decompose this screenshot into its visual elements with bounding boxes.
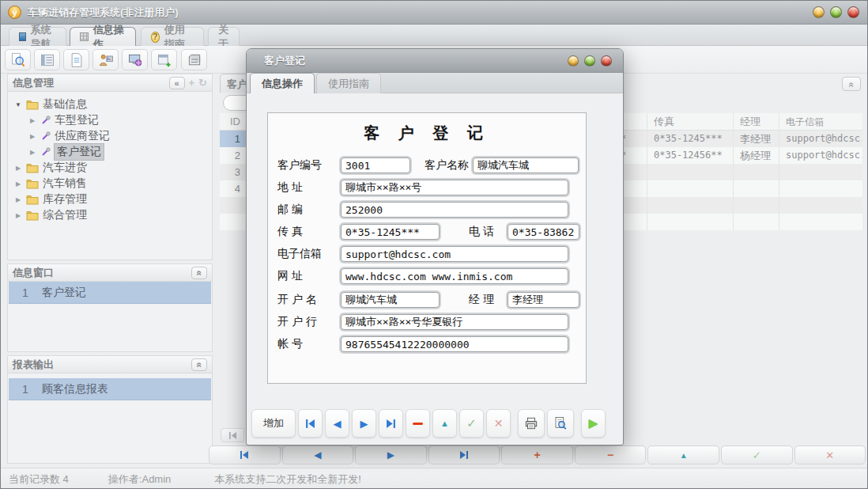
tree-collapsed-icon[interactable]: ▶: [14, 165, 22, 172]
document-icon: [69, 52, 85, 68]
tree-expanded-icon[interactable]: ▼: [14, 101, 22, 108]
tree-collapsed-icon[interactable]: ▶: [14, 196, 22, 203]
tree-collapsed-icon[interactable]: ▶: [28, 133, 36, 140]
panel-info-windows-header: 信息窗口 «: [8, 264, 212, 282]
last-record-icon: [386, 419, 396, 429]
manager-field[interactable]: [508, 292, 579, 308]
tree-item-car-purchase[interactable]: ▶ 汽车进货: [14, 160, 87, 176]
app-icon: y: [8, 6, 21, 19]
dialog-maximize-button[interactable]: [584, 55, 595, 66]
account-name-field[interactable]: [341, 292, 440, 308]
status-record-count: 当前记录数 4: [9, 472, 69, 487]
nav-prev-button[interactable]: ◀: [282, 445, 354, 464]
edit-icon: ▲: [680, 451, 688, 460]
website-field[interactable]: [341, 268, 568, 284]
fax-field[interactable]: [341, 224, 440, 240]
customer-id-label: 客户编号: [277, 158, 341, 172]
search-button[interactable]: [5, 49, 31, 70]
print-preview-icon: [553, 416, 568, 430]
check-icon: ✓: [466, 416, 477, 430]
last-record-button[interactable]: [379, 409, 403, 438]
post-record-button[interactable]: ✓: [459, 409, 484, 438]
search-icon: [10, 52, 26, 68]
minimize-button[interactable]: [813, 6, 825, 18]
panel-report-output-header: 报表输出 «: [8, 356, 212, 373]
content-collapse-button[interactable]: «: [842, 77, 861, 91]
maximize-button[interactable]: [830, 6, 842, 18]
panel-refresh-icon[interactable]: ↻: [198, 77, 207, 89]
dialog-tab-info-operation[interactable]: 信息操作: [250, 73, 315, 93]
tab-about[interactable]: 关于: [208, 27, 240, 46]
zip-field[interactable]: [341, 202, 568, 218]
tree-item-comprehensive[interactable]: ▶ 综合管理: [14, 207, 87, 223]
form-view-icon: [40, 52, 55, 68]
tab-user-guide[interactable]: ? 使用指南: [141, 27, 204, 46]
nav-cancel-button[interactable]: ✕: [794, 445, 866, 464]
phone-field[interactable]: [508, 224, 579, 240]
folder-icon: [26, 179, 39, 189]
panel-collapse-up-button[interactable]: «: [191, 358, 207, 371]
cancel-record-button[interactable]: ✕: [486, 409, 511, 438]
website-label: 网 址: [277, 269, 341, 283]
email-label: 电子信箱: [277, 247, 341, 261]
customer-name-field[interactable]: [473, 157, 579, 173]
check-icon: ✓: [753, 449, 761, 461]
print-button[interactable]: [518, 409, 545, 438]
tree-collapsed-icon[interactable]: ▶: [28, 117, 36, 124]
first-record-button[interactable]: [298, 409, 323, 438]
address-field[interactable]: [341, 180, 568, 195]
card-file-button[interactable]: [181, 49, 207, 70]
main-tabstrip: 系统导航 信息操作 ? 使用指南 关于: [1, 25, 868, 46]
add-record-button[interactable]: 增加: [251, 409, 296, 438]
nav-first-button[interactable]: [209, 445, 281, 464]
dialog-tab-user-guide[interactable]: 使用指南: [316, 73, 381, 93]
tree-collapsed-icon[interactable]: ▶: [14, 212, 22, 219]
window-add-button[interactable]: [151, 49, 177, 70]
print-preview-button[interactable]: [547, 409, 574, 438]
nav-add-button[interactable]: +: [501, 445, 573, 464]
tree-item-customer-register[interactable]: ▶ 客户登记: [28, 144, 104, 160]
customer-id-field[interactable]: [341, 157, 410, 173]
dialog-close-button[interactable]: [601, 55, 612, 66]
account-no-field[interactable]: [341, 336, 568, 352]
panel-add-icon[interactable]: +: [189, 77, 195, 89]
tree-item-model-register[interactable]: ▶ 车型登记: [28, 112, 99, 128]
list-item-customer-report[interactable]: 1 顾客信息报表: [9, 378, 211, 400]
email-field[interactable]: [341, 246, 568, 262]
prev-record-button[interactable]: ◀: [325, 409, 349, 438]
prev-icon: ◀: [334, 418, 342, 430]
panel-collapse-left-button[interactable]: «: [169, 77, 185, 89]
document-button[interactable]: [63, 49, 89, 70]
tree-collapsed-icon[interactable]: ▶: [14, 180, 22, 188]
tree-item-supplier-register[interactable]: ▶ 供应商登记: [28, 128, 110, 144]
tab-info-operation[interactable]: 信息操作: [70, 27, 136, 46]
nav-delete-button[interactable]: −: [575, 445, 647, 464]
bank-label: 开 户 行: [277, 315, 341, 329]
tree-item-car-sales[interactable]: ▶ 汽车销售: [14, 176, 87, 191]
user-report-button[interactable]: [92, 49, 119, 70]
form-view-button[interactable]: [34, 49, 60, 70]
bank-field[interactable]: [341, 314, 568, 330]
tree-item-basic-info[interactable]: ▼ 基础信息: [14, 97, 87, 112]
tree-collapsed-icon[interactable]: ▶: [28, 149, 36, 156]
nav-last-button[interactable]: [428, 445, 500, 464]
run-button[interactable]: ▶: [581, 409, 606, 438]
status-operator: 操作者:Admin: [108, 472, 171, 487]
panel-collapse-up-button[interactable]: «: [191, 267, 207, 279]
nav-next-button[interactable]: ▶: [355, 445, 427, 464]
customer-register-dialog: 客户登记 信息操作 使用指南 客 户 登 记 客户编号 客户名称 地 址: [246, 48, 624, 445]
list-item-customer-register-window[interactable]: 1 客户登记: [9, 282, 211, 304]
monitor-web-icon: [127, 52, 143, 68]
zip-label: 邮 编: [277, 203, 341, 217]
nav-post-button[interactable]: ✓: [721, 445, 793, 464]
dialog-minimize-button[interactable]: [568, 55, 579, 66]
next-record-button[interactable]: ▶: [352, 409, 376, 438]
delete-record-button[interactable]: [406, 409, 430, 438]
tab-system-nav[interactable]: 系统导航: [9, 27, 66, 46]
close-button[interactable]: [847, 6, 859, 18]
edit-record-button[interactable]: ▲: [432, 409, 457, 438]
monitor-web-button[interactable]: [122, 49, 148, 70]
nav-edit-button[interactable]: ▲: [647, 445, 719, 464]
tree-item-inventory[interactable]: ▶ 库存管理: [14, 191, 87, 207]
table-nav-first-button[interactable]: [221, 428, 244, 442]
